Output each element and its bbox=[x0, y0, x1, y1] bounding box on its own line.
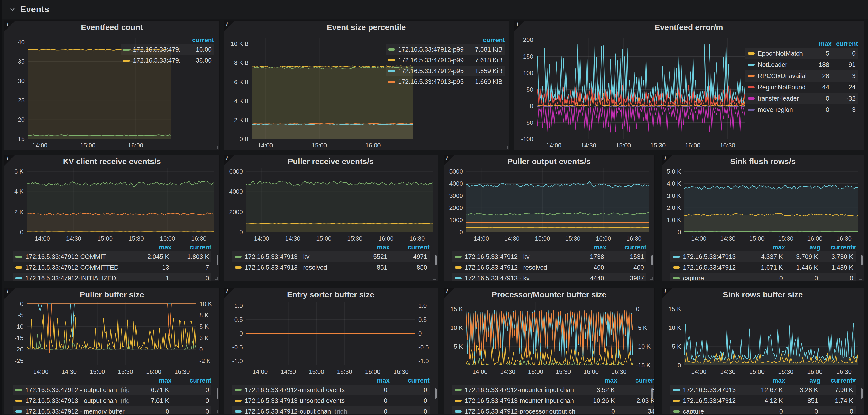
legend-row[interactable]: 172.16.5.33:479134.337 K3.709 K3.730 K bbox=[671, 251, 856, 262]
legend-row[interactable]: 172.16.5.33:47912-processor output chan … bbox=[452, 406, 654, 414]
legend-column-current[interactable]: current bbox=[466, 37, 505, 44]
panel-title[interactable]: Entry sorter buffer size bbox=[238, 290, 424, 299]
panel-info-corner[interactable]: i bbox=[514, 21, 525, 31]
chart-puller-output[interactable] bbox=[466, 168, 649, 232]
panel-info-corner[interactable]: i bbox=[4, 21, 15, 31]
panel-resize-handle[interactable] bbox=[650, 410, 653, 413]
legend-column-current[interactable]: current bbox=[390, 244, 430, 251]
legend-row[interactable]: 172.16.5.33:47912-INITIALIZED10 bbox=[13, 273, 211, 281]
legend-row[interactable]: 172.16.5.33:47912 - resolved400400 bbox=[452, 262, 646, 273]
legend-column-current[interactable]: current bbox=[832, 40, 858, 47]
panel-resize-handle[interactable] bbox=[215, 146, 218, 149]
chart-sink-flush-rows[interactable] bbox=[684, 168, 858, 232]
legend-column-max[interactable]: max bbox=[750, 377, 785, 384]
legend-column-max[interactable]: max bbox=[350, 377, 390, 384]
legend-column-avg[interactable]: avg bbox=[785, 377, 820, 384]
chart-kv-client-receive[interactable] bbox=[27, 168, 214, 232]
panel-title[interactable]: Puller buffer size bbox=[19, 290, 205, 299]
legend-row[interactable]: NotLeader18891 bbox=[745, 59, 858, 70]
legend-row[interactable]: 172.16.5.33:47912-p951.559 KiB bbox=[386, 66, 505, 76]
legend-row[interactable]: 172.16.5.33:4791216.00 bbox=[121, 44, 214, 55]
legend-column-max[interactable]: max bbox=[808, 40, 832, 47]
legend-column-max[interactable]: max bbox=[132, 377, 172, 384]
panel-title[interactable]: Processor/Mounter buffer size bbox=[458, 290, 640, 299]
legend-column-current[interactable]: current bbox=[617, 377, 654, 384]
legend-row[interactable]: 172.16.5.33:47912-COMMITTED137 bbox=[13, 262, 211, 273]
panel-resize-handle[interactable] bbox=[859, 146, 862, 149]
chart-eventfeed-error[interactable] bbox=[536, 38, 745, 139]
chart-puller-receive[interactable] bbox=[246, 168, 433, 232]
panel-info-corner[interactable]: i bbox=[444, 288, 455, 299]
legend-row[interactable]: RegionNotFound4424 bbox=[745, 82, 858, 93]
panel-title[interactable]: Sink rows buffer size bbox=[676, 290, 849, 299]
legend-row[interactable]: 172.16.5.33:47912-p9997.581 KiB bbox=[386, 44, 505, 55]
legend-column-max[interactable]: max bbox=[566, 244, 607, 251]
legend-scrollbar[interactable] bbox=[861, 255, 863, 265]
legend-row[interactable]: 172.16.5.33:47913 - resolved851850 bbox=[232, 262, 430, 273]
panel-resize-handle[interactable] bbox=[504, 146, 508, 149]
legend-row[interactable]: 172.16.5.33:47913 - kv44403987 bbox=[452, 273, 646, 281]
panel-info-corner[interactable]: i bbox=[224, 21, 235, 31]
chart-processor-mounter-buffer[interactable] bbox=[466, 301, 633, 365]
panel-resize-handle[interactable] bbox=[859, 410, 862, 413]
panel-title[interactable]: KV client receive events/s bbox=[19, 157, 205, 166]
panel-resize-handle[interactable] bbox=[433, 410, 436, 413]
panel-info-corner[interactable]: i bbox=[662, 288, 673, 299]
panel-title[interactable]: Puller output events/s bbox=[458, 157, 640, 166]
legend-row[interactable]: 172.16.5.33:47912-mounter input chan3.52… bbox=[452, 385, 654, 395]
legend-row[interactable]: move-region0-3 bbox=[745, 104, 858, 115]
legend-row[interactable]: 172.16.5.33:4791312.67 K3.28 K7.96 K bbox=[671, 385, 856, 395]
panel-info-corner[interactable]: i bbox=[224, 288, 235, 299]
legend-column-current[interactable]: current▾ bbox=[820, 244, 856, 251]
legend-row[interactable]: 172.16.5.33:47912 - memory buffer00 bbox=[13, 406, 211, 414]
panel-info-corner[interactable]: i bbox=[444, 155, 455, 165]
legend-scrollbar[interactable] bbox=[217, 388, 218, 398]
legend-column-current[interactable]: current bbox=[182, 37, 214, 44]
legend-column-current[interactable]: current bbox=[390, 377, 430, 384]
legend-scrollbar[interactable] bbox=[651, 255, 653, 265]
panel-info-corner[interactable]: i bbox=[224, 155, 235, 165]
legend-row[interactable]: 172.16.5.33:47913 - kv55214971 bbox=[232, 251, 430, 262]
legend-column-max[interactable]: max bbox=[350, 244, 390, 251]
panel-resize-handle[interactable] bbox=[859, 277, 862, 280]
panel-resize-handle[interactable] bbox=[433, 277, 436, 280]
legend-row[interactable]: 172.16.5.33:47913-p951.669 KiB bbox=[386, 76, 505, 87]
legend-row[interactable]: 172.16.5.33:47912-ouput chan (right-y)00 bbox=[232, 406, 430, 414]
panel-info-corner[interactable]: i bbox=[4, 288, 15, 299]
panel-title[interactable]: Event size percentile bbox=[238, 23, 495, 32]
legend-column-current[interactable]: current▾ bbox=[820, 377, 856, 384]
legend-column-current[interactable]: current bbox=[607, 244, 646, 251]
legend-column-current[interactable]: current bbox=[172, 377, 211, 384]
legend-column-max[interactable]: max bbox=[132, 244, 172, 251]
legend-scrollbar[interactable] bbox=[217, 255, 218, 265]
legend-row[interactable]: 172.16.5.33:47913 - output chan (right-y… bbox=[13, 395, 211, 406]
legend-row[interactable]: 172.16.5.33:47913-mounter input chan10.2… bbox=[452, 395, 654, 406]
legend-row[interactable]: capture000 bbox=[671, 273, 856, 281]
legend-column-max[interactable]: max bbox=[750, 244, 785, 251]
legend-column-max[interactable]: max bbox=[577, 377, 617, 384]
legend-row[interactable]: EpochNotMatch50 bbox=[745, 48, 858, 59]
chart-puller-buffer-size[interactable] bbox=[27, 301, 196, 365]
legend-scrollbar[interactable] bbox=[651, 388, 653, 398]
chart-entry-sorter-buffer[interactable] bbox=[246, 301, 415, 365]
row-title[interactable]: Events bbox=[20, 4, 49, 14]
panel-title[interactable]: Puller receive events/s bbox=[238, 157, 424, 166]
legend-row[interactable]: 172.16.5.33:47913-p9997.618 KiB bbox=[386, 55, 505, 66]
chevron-down-icon[interactable] bbox=[9, 6, 16, 13]
legend-column-avg[interactable]: avg bbox=[785, 244, 820, 251]
legend-row[interactable]: 172.16.5.33:47912-COMMIT2.045 K1.803 K bbox=[13, 251, 211, 262]
legend-scrollbar[interactable] bbox=[435, 255, 437, 265]
legend-row[interactable]: 172.16.5.33:47913-unsorted events00 bbox=[232, 395, 430, 406]
panel-title[interactable]: Eventfeed error/m bbox=[528, 23, 849, 32]
legend-row[interactable]: 172.16.5.33:4791338.00 bbox=[121, 55, 214, 66]
legend-scrollbar[interactable] bbox=[861, 388, 863, 398]
row-header-events[interactable]: Events bbox=[2, 0, 868, 19]
panel-info-corner[interactable]: i bbox=[4, 155, 15, 165]
legend-row[interactable]: RPCCtxUnavailable283 bbox=[745, 70, 858, 82]
legend-row[interactable]: transfer-leader0-32 bbox=[745, 93, 858, 104]
panel-info-corner[interactable]: i bbox=[662, 155, 673, 165]
panel-resize-handle[interactable] bbox=[650, 277, 653, 280]
legend-scrollbar[interactable] bbox=[435, 388, 437, 398]
legend-row[interactable]: 172.16.5.33:47912 - kv17381531 bbox=[452, 251, 646, 262]
legend-row[interactable]: 172.16.5.33:479121.671 K1.446 K1.439 K bbox=[671, 262, 856, 273]
